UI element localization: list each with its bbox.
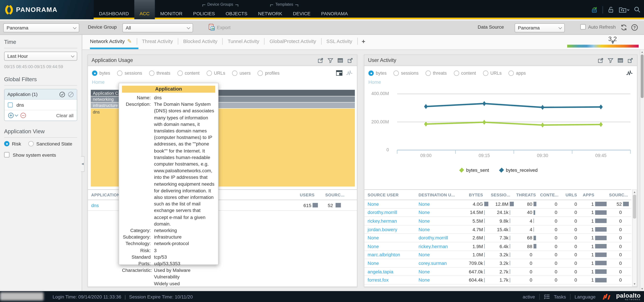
metric-bytes-radio[interactable] — [92, 70, 98, 76]
metric-content-radio[interactable] — [454, 70, 459, 76]
col-sources[interactable]: SOURC... — [322, 192, 357, 197]
user-link[interactable]: dorothy.morrill — [418, 235, 448, 240]
user-link[interactable]: rickey.herman — [368, 218, 397, 223]
scroll-thumb[interactable] — [641, 55, 644, 98]
application-link[interactable]: dns — [91, 203, 99, 208]
nav-tab-panorama[interactable]: PANORAMA — [316, 0, 353, 19]
sanctioned-state-radio[interactable] — [28, 141, 34, 146]
dns-filter-checkbox[interactable] — [8, 102, 13, 107]
scroll-down-icon[interactable]: ▼ — [640, 288, 644, 290]
user-link[interactable]: marc.albrighton — [368, 252, 400, 257]
data-point[interactable] — [424, 104, 428, 109]
maximize-icon[interactable] — [318, 57, 324, 63]
user-link[interactable]: None — [418, 252, 430, 257]
metric-urls-radio[interactable] — [483, 70, 488, 76]
nav-tab-monitor[interactable]: MONITOR — [155, 0, 188, 19]
maximize-icon[interactable] — [598, 57, 604, 63]
column-header[interactable]: SESSIO... — [490, 192, 516, 197]
nav-tab-acc[interactable]: ACC — [134, 0, 155, 19]
data-point[interactable] — [541, 105, 544, 110]
metric-urls-radio[interactable] — [206, 70, 212, 76]
filter-icon[interactable] — [327, 57, 334, 63]
tab-threat-activity[interactable]: Threat Activity — [137, 38, 178, 44]
tab-network-activity[interactable]: Network Activity ✎ — [90, 38, 136, 44]
column-header[interactable]: APPS — [582, 192, 608, 197]
add-filter-icon[interactable] — [8, 112, 18, 119]
tab-globalprotect-activity[interactable]: GlobalProtect Activity — [264, 38, 321, 44]
column-header[interactable]: URLS — [563, 192, 582, 197]
remove-filter-icon[interactable] — [20, 112, 26, 119]
col-users[interactable]: USERS — [291, 192, 322, 197]
column-header[interactable]: SOURCE USER — [364, 192, 418, 197]
export-button[interactable]: Export — [209, 24, 230, 31]
data-point[interactable] — [482, 120, 486, 125]
tasks-button[interactable]: Tasks — [554, 294, 566, 299]
language-button[interactable]: Language — [574, 294, 596, 299]
metric-profiles-radio[interactable] — [258, 70, 263, 76]
legend-item[interactable]: bytes_sent — [460, 168, 489, 173]
edit-tab-icon[interactable]: ✎ — [127, 38, 132, 44]
user-link[interactable]: None — [418, 218, 430, 223]
user-link[interactable]: None — [418, 202, 430, 206]
data-point[interactable] — [599, 105, 603, 109]
user-link[interactable]: None — [368, 261, 379, 266]
metric-sessions-radio[interactable] — [117, 70, 122, 76]
apply-filter-icon[interactable] — [59, 91, 66, 97]
line-chart-view-icon[interactable] — [626, 70, 633, 76]
add-tab-button[interactable]: + — [357, 38, 370, 45]
scroll-up-icon[interactable]: ▲ — [632, 191, 636, 193]
user-link[interactable]: rickey.herman — [418, 244, 448, 249]
export-panel-icon[interactable] — [627, 57, 634, 63]
table-view-icon[interactable] — [617, 57, 624, 63]
user-link[interactable]: None — [368, 235, 379, 240]
table-scrollbar[interactable]: ▲ ▼ — [632, 189, 637, 287]
user-link[interactable]: None — [418, 227, 430, 232]
negate-filter-icon[interactable] — [68, 91, 74, 97]
breadcrumb[interactable]: Home — [364, 76, 637, 84]
metric-users-radio[interactable] — [232, 70, 238, 76]
metric-apps-radio[interactable] — [509, 70, 514, 76]
column-header[interactable]: DESTINATION U... — [418, 192, 464, 197]
legend-item[interactable]: bytes_received — [500, 168, 538, 173]
sidebar-collapse-handle[interactable]: ◀ — [81, 156, 84, 172]
user-link[interactable]: angela.tapia — [368, 269, 393, 274]
lock-icon[interactable] — [608, 6, 614, 13]
metric-threats-radio[interactable] — [149, 70, 154, 76]
auto-refresh-checkbox[interactable] — [580, 24, 586, 29]
data-point[interactable] — [424, 122, 428, 126]
help-icon[interactable]: ? — [631, 24, 638, 31]
context-select[interactable]: Panorama — [3, 23, 79, 32]
refresh-icon[interactable] — [620, 24, 628, 31]
user-link[interactable]: corey.surman — [418, 261, 447, 266]
clear-all-button[interactable]: Clear all — [56, 113, 74, 118]
column-header[interactable]: THREATS — [515, 192, 539, 197]
nav-tab-dashboard[interactable]: DASHBOARD — [94, 0, 134, 19]
user-link[interactable]: jordan.bowery — [368, 227, 397, 232]
metric-threats-radio[interactable] — [426, 70, 431, 76]
metric-sessions-radio[interactable] — [394, 70, 399, 76]
tab-ssl-activity[interactable]: SSL Activity — [321, 38, 357, 44]
filter-icon[interactable] — [608, 57, 614, 63]
search-icon[interactable] — [634, 6, 641, 13]
table-view-icon[interactable] — [337, 57, 344, 63]
panorama-brand[interactable]: PANORAMA — [0, 0, 94, 19]
show-system-events-checkbox[interactable] — [4, 152, 10, 157]
user-link[interactable]: None — [418, 278, 430, 283]
scroll-thumb[interactable] — [633, 195, 636, 218]
data-point[interactable] — [599, 122, 603, 127]
user-link[interactable]: None — [418, 269, 430, 274]
scroll-down-icon[interactable]: ▼ — [632, 283, 636, 285]
metric-bytes-radio[interactable] — [368, 70, 374, 76]
device-group-select[interactable]: All — [122, 23, 193, 32]
column-header[interactable]: CONTE... — [539, 192, 563, 197]
column-header[interactable]: SOURC... — [608, 192, 631, 197]
data-point[interactable] — [541, 123, 544, 127]
metric-content-radio[interactable] — [177, 70, 183, 76]
tab-blocked-activity[interactable]: Blocked Activity — [178, 38, 222, 44]
data-point[interactable] — [482, 101, 486, 106]
page-scrollbar[interactable]: ▲ ▼ — [640, 50, 644, 291]
column-header[interactable]: BYTES — [464, 192, 490, 197]
time-range-select[interactable]: Last Hour — [4, 52, 77, 61]
data-source-select[interactable]: Panorama — [515, 23, 565, 32]
export-panel-icon[interactable] — [347, 57, 353, 63]
